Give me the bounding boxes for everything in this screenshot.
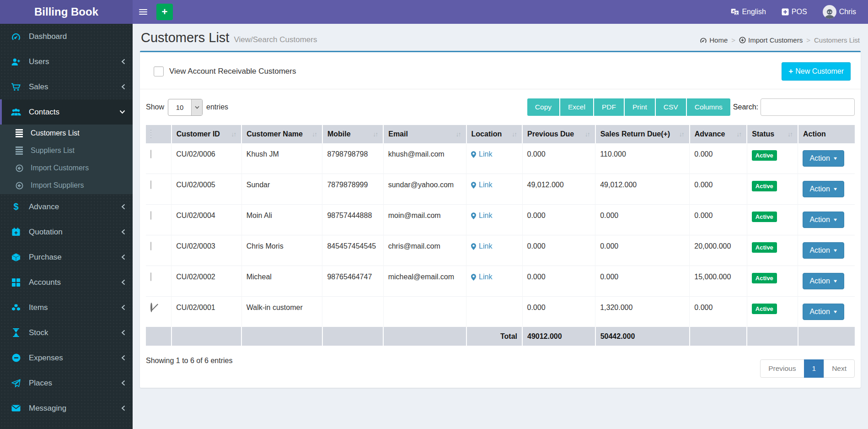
sidebar-item-purchase[interactable]: Purchase [0,244,133,270]
sidebar-subitem-import-suppliers[interactable]: Import Suppliers [0,177,133,194]
column-header-action: Action [798,125,855,143]
sort-icon[interactable]: ↓↑ [736,130,742,138]
sort-icon[interactable]: ↓↑ [312,130,317,138]
sidebar-subitem-import-customers[interactable]: Import Customers [0,159,133,177]
caret-down-icon: ▼ [833,156,838,161]
breadcrumb-import-customers[interactable]: Import Customers [739,36,803,44]
sidebar-item-dashboard[interactable]: Dashboard [0,24,133,49]
table-row: CU/02/0006 Khush JM 8798798798 khush@mai… [146,143,855,174]
print-button[interactable]: Print [625,98,656,116]
page-1-button[interactable]: 1 [804,359,825,378]
previous-page-button[interactable]: Previous [760,359,804,378]
quick-add-button[interactable]: + [156,4,173,20]
sidebar-item-quotation[interactable]: Quotation [0,219,133,244]
pdf-button[interactable]: PDF [594,98,625,116]
row-checkbox[interactable] [150,180,151,189]
sidebar-subitem-customers-list[interactable]: Customers List [0,125,133,142]
column-header-status[interactable]: Status↓↑ [747,125,798,143]
location-link[interactable]: Link [471,242,517,250]
location-link[interactable]: Link [471,181,517,189]
column-header-location[interactable]: Location↓↑ [466,125,522,143]
sidebar-item-expenses[interactable]: Expenses [0,345,133,370]
sidebar-subitem-suppliers-list[interactable]: Suppliers List [0,142,133,159]
sort-icon[interactable]: ↓↑ [512,130,517,138]
sidebar-toggle-icon[interactable] [133,0,154,24]
columns-button[interactable]: Columns [687,98,730,116]
receivable-checkbox[interactable] [154,66,164,76]
action-button[interactable]: Action▼ [803,150,844,167]
cell-mobile [322,297,383,327]
sort-icon[interactable]: ↓↑ [679,130,685,138]
sidebar-item-users[interactable]: Users [0,49,133,74]
sort-icon[interactable]: ↓↑ [788,130,793,138]
copy-button[interactable]: Copy [527,98,560,116]
app-logo[interactable]: Billing Book [0,0,133,24]
sidebar-subitem-label: Import Customers [31,164,89,172]
sidebar-item-stock[interactable]: Stock [0,320,133,345]
next-page-button[interactable]: Next [824,359,855,378]
map-pin-icon [471,274,476,281]
excel-button[interactable]: Excel [560,98,594,116]
cell-previous-due: 0.000 [522,266,595,297]
cell-email: moin@mail.com [383,205,466,235]
cell-customer-id: CU/02/0004 [171,205,241,235]
row-checkbox[interactable] [150,242,151,250]
row-checkbox[interactable] [150,150,151,158]
sidebar-item-sales[interactable]: Sales [0,74,133,99]
sidebar-item-items[interactable]: Items [0,295,133,320]
sidebar-item-advance[interactable]: $ Advance [0,194,133,219]
action-button[interactable]: Action▼ [803,304,844,320]
cell-email: chris@mail.com [383,235,466,266]
sidebar-item-label: Quotation [29,228,63,237]
column-header-customer-id[interactable]: Customer ID↓↑ [171,125,241,143]
users-group-icon [10,108,22,116]
cell-previous-due: 0.000 [522,235,595,266]
sidebar-item-contacts[interactable]: Contacts [0,99,133,125]
language-label: English [742,8,766,16]
chevron-down-icon [191,99,202,115]
column-header-mobile[interactable]: Mobile↓↑ [322,125,383,143]
row-checkbox[interactable] [150,272,151,281]
sidebar-item-accounts[interactable]: Accounts [0,270,133,295]
csv-button[interactable]: CSV [656,98,687,116]
sort-icon[interactable]: ↓↑ [373,130,378,138]
action-button[interactable]: Action▼ [803,181,844,197]
language-menu[interactable]: A文 English [731,8,766,16]
breadcrumb-label: Home [709,36,728,44]
sidebar-item-messaging[interactable]: Messaging [0,396,133,421]
location-link[interactable]: Link [471,150,517,158]
sort-icon[interactable]: ↓↑ [585,130,590,138]
topbar-main: + A文 English POS Chris [133,0,868,24]
dashboard-icon [10,33,22,41]
plus-icon: + [162,6,168,18]
sort-icon[interactable]: ↓↑ [231,130,236,138]
pos-menu[interactable]: POS [782,8,807,16]
sidebar-subitem-label: Import Suppliers [31,181,84,190]
page-size-select[interactable]: 10 [168,99,203,116]
column-header-customer-name[interactable]: Customer Name↓↑ [241,125,322,143]
table-footer: Total 49012.000 50442.000 [146,327,855,346]
import-icon [14,182,25,190]
column-header-advance[interactable]: Advance↓↑ [690,125,747,143]
sidebar-item-label: Expenses [29,353,63,363]
column-header-sales-return-due[interactable]: Sales Return Due(+)↓↑ [595,125,690,143]
new-customer-button[interactable]: + New Customer [782,62,851,81]
sort-icon[interactable]: ↓↑ [456,130,461,138]
sidebar-item-places[interactable]: Places [0,370,133,396]
breadcrumb-home[interactable]: Home [700,36,728,44]
select-all-checkbox[interactable] [150,130,151,138]
location-link[interactable]: Link [471,212,517,220]
sales-return-due-total: 50442.000 [595,327,690,346]
main-content: Customers List View/Search Customers Hom… [133,24,868,429]
table-pagination-row: Showing 1 to 6 of 6 entries Previous 1 N… [140,346,861,388]
column-header-previous-due[interactable]: Previous Due↓↑ [522,125,595,143]
column-header-email[interactable]: Email↓↑ [383,125,466,143]
import-icon [739,37,746,43]
action-button[interactable]: Action▼ [803,212,844,228]
action-button[interactable]: Action▼ [803,242,844,259]
action-button[interactable]: Action▼ [803,273,844,289]
location-link[interactable]: Link [471,273,517,281]
search-input[interactable] [761,98,855,116]
row-checkbox[interactable] [150,211,151,220]
user-menu[interactable]: Chris [823,5,856,19]
